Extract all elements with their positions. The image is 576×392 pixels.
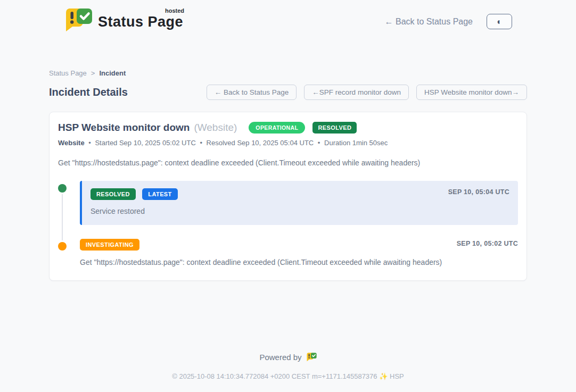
breadcrumb-current: Incident	[99, 69, 126, 77]
footer: Powered by © 2025-10-08 14:10:34.772084 …	[0, 352, 576, 392]
timeline-dot-resolved	[58, 184, 67, 193]
back-to-status-page-button[interactable]: ← Back to Status Page	[207, 85, 297, 100]
meta-started: Started Sep 10, 2025 05:02 UTC	[95, 139, 195, 147]
page-title: Incident Details	[49, 86, 128, 98]
main-content: Status Page > Incident Incident Details …	[49, 69, 527, 281]
powered-by-label: Powered by	[259, 353, 301, 362]
operational-badge: OPERATIONAL	[249, 122, 305, 134]
timeline-event-plain: INVESTIGATING SEP 10, 05:02 UTC Get "htt…	[80, 239, 518, 266]
resolved-status-badge: RESOLVED	[90, 188, 136, 200]
meta-duration: Duration 1min 50sec	[324, 139, 388, 147]
incident-card: HSP Website monitor down (Website) OPERA…	[49, 112, 527, 281]
breadcrumb-root[interactable]: Status Page	[49, 69, 87, 77]
meta-component: Website	[58, 139, 85, 147]
resolved-badge: RESOLVED	[312, 122, 357, 134]
meta-resolved: Resolved Sep 10, 2025 05:04 UTC	[207, 139, 314, 147]
breadcrumb: Status Page > Incident	[49, 69, 527, 77]
incident-description: Get "https://hostedstatus.page": context…	[58, 159, 518, 167]
event-timestamp: SEP 10, 05:04 UTC	[448, 188, 509, 196]
incident-scope: (Website)	[194, 122, 237, 134]
brand-superscript: hosted	[165, 7, 184, 14]
brand-logo[interactable]: Status Page hosted	[64, 7, 183, 32]
incident-title: HSP Website monitor down	[58, 122, 190, 134]
brand-name: Status Page	[98, 14, 183, 30]
timeline-event-box: RESOLVED LATEST SEP 10, 05:04 UTC Servic…	[80, 181, 518, 225]
incident-nav-buttons: ← Back to Status Page ←SPF record monito…	[207, 85, 527, 100]
prev-incident-button[interactable]: ←SPF record monitor down	[304, 85, 409, 100]
copyright-line: © 2025-10-08 14:10:34.772084 +0200 CEST …	[0, 372, 576, 380]
next-incident-button[interactable]: HSP Website monitor down→	[416, 85, 527, 100]
timeline-event-investigating: INVESTIGATING SEP 10, 05:02 UTC Get "htt…	[58, 239, 518, 266]
incident-meta: Website • Started Sep 10, 2025 05:02 UTC…	[58, 139, 518, 147]
status-page-logo-icon	[64, 7, 93, 32]
timeline-dot-investigating	[58, 242, 67, 251]
event-timestamp: SEP 10, 05:02 UTC	[457, 240, 518, 247]
timeline-event-resolved: RESOLVED LATEST SEP 10, 05:04 UTC Servic…	[58, 181, 518, 225]
theme-toggle-button[interactable]: ◐	[487, 14, 512, 29]
hsp-mini-logo-icon[interactable]	[306, 352, 317, 362]
investigating-status-badge: INVESTIGATING	[80, 239, 139, 251]
event-message: Service restored	[90, 207, 509, 215]
breadcrumb-separator: >	[91, 69, 95, 77]
header-back-link[interactable]: ← Back to Status Page	[385, 17, 473, 27]
header: Status Page hosted ← Back to Status Page…	[0, 0, 576, 32]
half-circle-icon: ◐	[497, 17, 502, 27]
latest-status-badge: LATEST	[142, 188, 177, 200]
event-message: Get "https://hostedstatus.page": context…	[80, 258, 517, 266]
incident-timeline: RESOLVED LATEST SEP 10, 05:04 UTC Servic…	[58, 181, 518, 266]
